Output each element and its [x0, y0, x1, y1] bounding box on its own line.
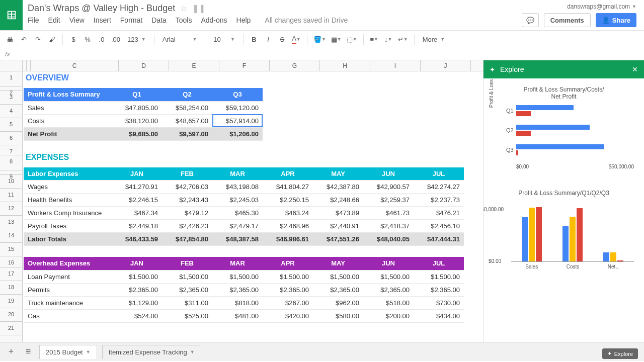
col-header[interactable]: J	[421, 60, 471, 71]
row-headers: 1 2 3 4 5 6 7 8 9 10 11 12 13 14 15 16 1…	[0, 71, 23, 342]
explore-title: Explore	[500, 65, 524, 73]
row-header[interactable]: 3	[0, 91, 22, 105]
add-sheet-icon[interactable]: +	[5, 346, 17, 357]
row-header[interactable]: 19	[0, 295, 22, 308]
explore-icon: ✦	[607, 350, 612, 357]
menu-file[interactable]: File	[28, 16, 39, 24]
close-icon[interactable]: ✕	[632, 65, 638, 73]
expenses-title: EXPENSES	[23, 151, 483, 163]
print-icon[interactable]: 🖶	[4, 33, 15, 45]
borders-icon[interactable]: ▦ ▼	[330, 33, 343, 45]
row-header[interactable]: 2	[0, 86, 22, 91]
menu-data[interactable]: Data	[151, 16, 167, 24]
italic-icon[interactable]: I	[263, 33, 274, 45]
percent-icon[interactable]: %	[82, 33, 93, 45]
overview-title: OVERVIEW	[23, 71, 483, 83]
paint-format-icon[interactable]: 🖌	[46, 33, 57, 45]
col-header[interactable]: F	[219, 60, 270, 71]
row-header[interactable]: 8	[0, 155, 22, 170]
row-header[interactable]: 6	[0, 132, 22, 145]
row-header[interactable]: 5	[0, 118, 22, 132]
row-header[interactable]: 11	[0, 189, 22, 202]
row-header[interactable]: 1	[0, 71, 22, 86]
col-header[interactable]	[23, 60, 27, 71]
row-header[interactable]: 7	[0, 145, 22, 155]
col-header[interactable]: H	[320, 60, 370, 71]
row-header[interactable]: 9	[0, 170, 22, 175]
row-header[interactable]: 14	[0, 229, 22, 243]
sheets-logo[interactable]	[0, 0, 23, 30]
column-headers: C D E F G H I J	[0, 60, 483, 71]
redo-icon[interactable]: ↷	[32, 33, 43, 45]
number-format-dropdown[interactable]: 123 ▼	[124, 36, 149, 43]
merge-cells-icon[interactable]: ⬚ ▼	[346, 33, 358, 45]
profit-loss-table: Profit & Loss SummaryQ1Q2Q3Sales$47,805.…	[24, 88, 263, 141]
save-status: All changes saved in Drive	[265, 16, 348, 24]
col-header[interactable]: I	[370, 60, 421, 71]
explore-icon: ✦	[490, 66, 495, 73]
cell-grid[interactable]: OVERVIEW Profit & Loss SummaryQ1Q2Q3Sale…	[23, 71, 483, 342]
doc-title[interactable]: Dan's Wraps @ Valley High - Budget	[28, 3, 175, 14]
star-icon[interactable]: ☆	[180, 4, 187, 13]
menu-bar: File Edit View Insert Format Data Tools …	[28, 16, 517, 24]
more-dropdown[interactable]: More ▼	[420, 36, 448, 43]
row-header[interactable]: 16	[0, 256, 22, 267]
explore-fab[interactable]: ✦Explore	[602, 348, 638, 359]
row-header[interactable]: 12	[0, 202, 22, 216]
explore-chart-2[interactable]: Profit & Loss Summary/Q1/Q2/Q3 $50,000.0…	[494, 190, 634, 269]
decrease-decimal-icon[interactable]: .0	[96, 33, 107, 45]
row-header[interactable]: 21	[0, 322, 22, 335]
menu-view[interactable]: View	[69, 16, 85, 24]
share-button[interactable]: 👤Share	[596, 13, 636, 27]
menu-format[interactable]: Format	[120, 16, 142, 24]
account-menu[interactable]: danswraps@gmail.com▼	[567, 3, 636, 10]
sheet-tab-active[interactable]: 2015 Budget▼	[39, 345, 97, 359]
row-header[interactable]: 18	[0, 281, 22, 295]
menu-insert[interactable]: Insert	[94, 16, 111, 24]
overhead-expenses-table: Overhead ExpensesJANFEBMARAPRMAYJUNJULLo…	[24, 257, 464, 323]
bold-icon[interactable]: B	[249, 33, 260, 45]
font-dropdown[interactable]: Arial ▼	[159, 36, 200, 43]
menu-help[interactable]: Help	[236, 16, 251, 24]
folder-icon[interactable]: ❚❚	[192, 4, 205, 13]
row-header[interactable]: 15	[0, 243, 22, 256]
col-header[interactable]: D	[119, 60, 169, 71]
row-header[interactable]: 13	[0, 216, 22, 229]
fill-color-icon[interactable]: 🪣 ▼	[312, 33, 327, 45]
menu-addons[interactable]: Add-ons	[201, 16, 227, 24]
row-header[interactable]: 20	[0, 308, 22, 322]
chat-icon[interactable]: 💬	[522, 13, 539, 27]
row-header[interactable]: 10	[0, 175, 22, 189]
sheet-tab-bar: + ≡ 2015 Budget▼ Itemized Expense Tracki…	[0, 342, 644, 361]
all-sheets-icon[interactable]: ≡	[22, 346, 34, 357]
fx-label: fx	[5, 50, 10, 58]
currency-icon[interactable]: $	[68, 33, 79, 45]
menu-edit[interactable]: Edit	[48, 16, 60, 24]
person-add-icon: 👤	[602, 17, 610, 24]
col-header[interactable]: G	[270, 60, 320, 71]
formula-input[interactable]	[18, 50, 639, 58]
col-header[interactable]	[27, 60, 31, 71]
v-align-icon[interactable]: ↓ ▼	[383, 33, 394, 45]
wrap-icon[interactable]: ↵ ▼	[397, 33, 409, 45]
font-size-dropdown[interactable]: 10 ▼	[210, 36, 238, 43]
increase-decimal-icon[interactable]: .00	[110, 33, 121, 45]
undo-icon[interactable]: ↶	[18, 33, 29, 45]
explore-panel: ✦ Explore ✕ Profit & Loss Summary/Costs/…	[483, 60, 644, 342]
select-all-corner[interactable]	[0, 60, 23, 71]
col-header[interactable]: C	[31, 60, 119, 71]
row-header[interactable]: 4	[0, 105, 22, 118]
explore-chart-1[interactable]: Profit & Loss Summary/Costs/ Net Profit …	[494, 86, 634, 169]
labor-expenses-table: Labor ExpensesJANFEBMARAPRMAYJUNJULWages…	[24, 167, 464, 246]
row-header[interactable]: 17	[0, 267, 22, 281]
toolbar: 🖶 ↶ ↷ 🖌 $ % .0 .00 123 ▼ Arial ▼ 10 ▼ B …	[0, 30, 644, 48]
menu-tools[interactable]: Tools	[176, 16, 192, 24]
text-color-icon[interactable]: A ▼	[291, 33, 302, 45]
col-header[interactable]: E	[169, 60, 219, 71]
comments-button[interactable]: Comments	[544, 13, 591, 27]
h-align-icon[interactable]: ≡ ▼	[369, 33, 380, 45]
strikethrough-icon[interactable]: S	[277, 33, 288, 45]
sheet-tab[interactable]: Itemized Expense Tracking▼	[102, 345, 201, 359]
